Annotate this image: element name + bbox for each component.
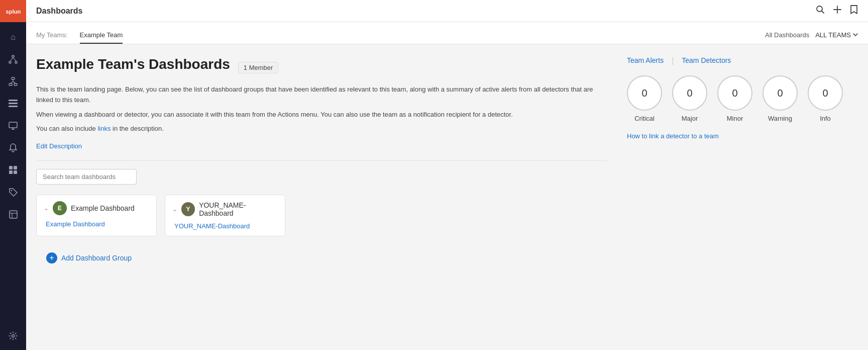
group-avatar-2: Y xyxy=(181,202,195,216)
description-3: You can also include links in the descri… xyxy=(36,124,607,134)
svg-rect-15 xyxy=(9,122,17,128)
search-input[interactable] xyxy=(36,169,137,185)
svg-rect-13 xyxy=(9,103,18,104)
all-teams-button[interactable]: ALL TEAMS xyxy=(815,31,858,39)
home-icon[interactable]: ⌂ xyxy=(3,27,23,47)
member-badge: 1 Member xyxy=(238,62,279,73)
team-alerts-link[interactable]: Team Alerts xyxy=(627,56,664,65)
topbar: Dashboards xyxy=(26,0,868,22)
add-btn-icon: + xyxy=(46,252,57,264)
topbar-actions xyxy=(816,5,858,17)
content-area: Example Team's Dashboards 1 Member This … xyxy=(26,44,868,350)
group-header-2: ⌄ Y YOUR_NAME-Dashboard xyxy=(172,201,278,217)
add-icon[interactable] xyxy=(833,5,842,17)
alert-circle-major: 0 xyxy=(672,75,707,111)
alert-item-info: 0 Info xyxy=(808,75,843,122)
all-dashboards-link[interactable]: All Dashboards xyxy=(765,31,809,39)
splunk-logo[interactable]: splunk> xyxy=(0,0,26,22)
svg-rect-23 xyxy=(10,211,17,218)
dashboard-group-card: ⌄ E Example Dashboard Example Dashboard xyxy=(36,195,157,236)
team-detectors-link[interactable]: Team Detectors xyxy=(682,56,731,65)
bell-icon[interactable] xyxy=(3,138,23,158)
svg-line-10 xyxy=(11,81,13,83)
left-panel: Example Team's Dashboards 1 Member This … xyxy=(36,56,607,278)
alert-item-warning: 0 Warning xyxy=(763,75,798,122)
alert-item-minor: 0 Minor xyxy=(717,75,752,122)
bookmark-icon[interactable] xyxy=(850,5,858,17)
svg-rect-19 xyxy=(14,166,17,169)
alert-item-critical: 0 Critical xyxy=(627,75,662,122)
svg-rect-6 xyxy=(12,77,15,79)
alert-circle-warning: 0 xyxy=(763,75,798,111)
sidebar: splunk> ⌂ xyxy=(0,0,26,350)
tag-icon[interactable] xyxy=(3,182,23,202)
group-name: Example Dashboard xyxy=(71,204,135,212)
gear-icon[interactable] xyxy=(3,326,23,346)
group-avatar: E xyxy=(53,201,67,215)
alert-circle-info: 0 xyxy=(808,75,843,111)
group-header: ⌄ E Example Dashboard xyxy=(44,201,149,215)
my-teams-label: My Teams: xyxy=(36,31,68,44)
team-tabs-bar: My Teams: Example Team All Dashboards AL… xyxy=(26,22,868,44)
svg-rect-20 xyxy=(9,170,13,174)
alert-circle-minor: 0 xyxy=(717,75,752,111)
minor-label: Minor xyxy=(727,115,743,122)
description-2: When viewing a dashboard or detector, yo… xyxy=(36,110,607,120)
example-team-tab[interactable]: Example Team xyxy=(80,31,123,44)
svg-point-22 xyxy=(11,190,12,191)
alert-circle-critical: 0 xyxy=(627,75,662,111)
example-dashboard-link[interactable]: Example Dashboard xyxy=(44,220,149,228)
network-icon[interactable] xyxy=(3,49,23,69)
svg-point-26 xyxy=(12,335,15,337)
page-body: Example Team's Dashboards 1 Member This … xyxy=(26,44,868,290)
add-dashboard-group-button[interactable]: + Add Dashboard Group xyxy=(46,248,132,268)
svg-text:splunk>: splunk> xyxy=(6,9,21,15)
dashboard-group-card-2: ⌄ Y YOUR_NAME-Dashboard YOUR_NAME-Dashbo… xyxy=(165,195,285,236)
svg-rect-21 xyxy=(14,170,17,174)
svg-line-4 xyxy=(10,57,13,61)
svg-rect-7 xyxy=(9,83,12,85)
grid-icon[interactable] xyxy=(3,160,23,180)
right-panel: Team Alerts | Team Detectors 0 Critical … xyxy=(627,56,858,278)
description-inline-link[interactable]: links xyxy=(97,125,111,132)
page-title: Dashboards xyxy=(36,7,82,16)
svg-point-2 xyxy=(9,61,11,63)
box-icon[interactable] xyxy=(3,204,23,224)
svg-rect-12 xyxy=(9,100,18,101)
svg-rect-8 xyxy=(14,83,17,85)
yourname-dashboard-link[interactable]: YOUR_NAME-Dashboard xyxy=(172,222,278,230)
how-to-link-detector[interactable]: How to link a detector to a team xyxy=(627,132,858,140)
warning-label: Warning xyxy=(768,115,792,122)
alert-item-major: 0 Major xyxy=(672,75,707,122)
info-label: Info xyxy=(820,115,831,122)
description-1: This is the team landing page. Below, yo… xyxy=(36,84,607,106)
team-title: Example Team's Dashboards xyxy=(36,56,230,72)
hierarchy-icon[interactable] xyxy=(3,71,23,92)
alerts-row: 0 Critical 0 Major 0 Minor xyxy=(627,75,858,122)
edit-description-link[interactable]: Edit Description xyxy=(36,142,82,150)
main-content: Dashboards My Teams: Example Team All Da… xyxy=(26,0,868,350)
team-tab-right: All Dashboards ALL TEAMS xyxy=(765,31,858,44)
svg-line-5 xyxy=(13,57,16,61)
critical-label: Critical xyxy=(634,115,655,122)
chevron-down-icon[interactable]: ⌄ xyxy=(44,205,49,212)
svg-rect-18 xyxy=(9,166,13,169)
group-name-2: YOUR_NAME-Dashboard xyxy=(199,201,278,217)
dashboard-groups: ⌄ E Example Dashboard Example Dashboard … xyxy=(36,195,607,236)
search-icon[interactable] xyxy=(816,5,825,17)
svg-point-1 xyxy=(12,55,14,57)
team-links: Team Alerts | Team Detectors xyxy=(627,56,858,65)
monitor-icon[interactable] xyxy=(3,116,23,136)
svg-point-3 xyxy=(15,61,17,63)
list-icon[interactable] xyxy=(3,94,23,114)
svg-rect-14 xyxy=(9,106,18,107)
chevron-down-icon-2[interactable]: ⌄ xyxy=(172,206,177,213)
svg-line-28 xyxy=(822,11,824,14)
major-label: Major xyxy=(682,115,698,122)
